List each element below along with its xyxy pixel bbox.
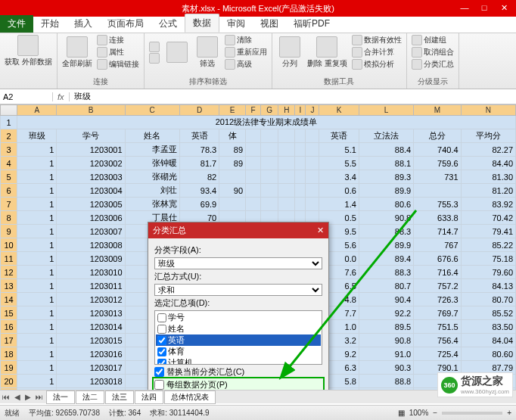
data-cell[interactable] xyxy=(278,198,295,211)
data-cell[interactable]: 1203017 xyxy=(57,361,125,375)
undo-icon[interactable] xyxy=(33,3,44,14)
list-item[interactable]: 姓名 xyxy=(156,323,321,334)
dialog-close-icon[interactable]: ✕ xyxy=(317,226,324,235)
data-cell[interactable]: 88.4 xyxy=(359,143,413,157)
data-cell[interactable]: 3.4 xyxy=(319,170,359,184)
replace-checkbox[interactable]: 替换当前分类汇总(C) xyxy=(154,366,322,378)
data-cell[interactable]: 5.1 xyxy=(319,143,359,157)
minimize-button[interactable]: — xyxy=(455,2,474,14)
data-cell[interactable]: 80.70 xyxy=(461,293,515,306)
data-cell[interactable]: 731 xyxy=(414,170,461,184)
tab-nav-next[interactable]: ▶ xyxy=(23,393,33,401)
data-cell[interactable]: 80.6 xyxy=(359,198,413,211)
method-select[interactable]: 求和 xyxy=(154,284,322,296)
sort-button[interactable] xyxy=(164,42,190,63)
data-cell[interactable]: 633.8 xyxy=(414,211,461,225)
data-cell[interactable]: 1203001 xyxy=(57,143,125,157)
tab-file[interactable]: 文件 xyxy=(0,15,33,33)
header-cell[interactable]: 英语 xyxy=(319,129,359,143)
col-header[interactable]: B xyxy=(57,105,125,116)
data-cell[interactable] xyxy=(261,184,278,198)
col-header[interactable]: N xyxy=(461,105,515,116)
list-item[interactable]: 计算机 xyxy=(156,357,321,365)
data-cell[interactable]: 89.4 xyxy=(359,252,413,266)
data-cell[interactable]: 1203007 xyxy=(57,225,125,238)
data-cell[interactable]: 1 xyxy=(17,279,57,293)
data-cell[interactable]: 81.20 xyxy=(461,184,515,198)
data-cell[interactable]: 751.5 xyxy=(414,320,461,334)
list-item[interactable]: 学号 xyxy=(156,312,321,323)
data-cell[interactable]: 725.4 xyxy=(414,347,461,361)
close-button[interactable]: ✕ xyxy=(495,2,513,14)
data-cell[interactable] xyxy=(246,170,261,184)
view-normal-icon[interactable]: ▦ xyxy=(398,409,405,417)
data-cell[interactable]: 1 xyxy=(17,306,57,320)
row-header[interactable]: 11 xyxy=(1,252,17,266)
row-header[interactable]: 16 xyxy=(1,320,17,334)
tab-formula[interactable]: 公式 xyxy=(151,15,185,33)
data-cell[interactable]: 90.8 xyxy=(359,211,413,225)
subtotal-button[interactable]: 分类汇总 xyxy=(412,59,454,70)
data-cell[interactable] xyxy=(219,198,246,211)
data-cell[interactable]: 88.3 xyxy=(359,266,413,279)
col-header[interactable]: J xyxy=(306,105,319,116)
edit-links-button[interactable]: 编辑链接 xyxy=(97,59,139,70)
data-cell[interactable]: 81.7 xyxy=(179,157,219,170)
data-cell[interactable]: 89.5 xyxy=(359,320,413,334)
row-header[interactable]: 9 xyxy=(1,225,17,238)
sheet-tab[interactable]: 总体情况表 xyxy=(164,390,216,404)
header-cell[interactable]: 总分 xyxy=(414,129,461,143)
sheet-tab[interactable]: 法一 xyxy=(46,390,75,404)
tab-nav-last[interactable]: ⏭ xyxy=(33,393,45,401)
col-header[interactable]: K xyxy=(319,105,359,116)
col-header[interactable]: L xyxy=(359,105,413,116)
data-cell[interactable]: 张林宽 xyxy=(125,198,179,211)
data-cell[interactable]: 1203004 xyxy=(57,184,125,198)
data-cell[interactable]: 1 xyxy=(17,375,57,388)
data-cell[interactable]: 79.60 xyxy=(461,266,515,279)
sheet-tab[interactable]: 法三 xyxy=(105,390,134,404)
data-cell[interactable]: 767 xyxy=(414,238,461,252)
row-header[interactable]: 20 xyxy=(1,375,17,388)
formula-value[interactable]: 班级 xyxy=(70,91,95,102)
row-header[interactable]: 2 xyxy=(1,129,17,143)
header-cell[interactable]: 体 xyxy=(219,129,246,143)
properties-button[interactable]: 属性 xyxy=(97,47,139,58)
data-cell[interactable]: 83.50 xyxy=(461,320,515,334)
col-header[interactable]: F xyxy=(246,105,261,116)
data-cell[interactable]: 79.41 xyxy=(461,225,515,238)
header-cell[interactable]: 学号 xyxy=(57,129,125,143)
tab-view[interactable]: 视图 xyxy=(253,15,286,33)
data-cell[interactable] xyxy=(246,198,261,211)
ungroup-button[interactable]: 取消组合 xyxy=(412,47,454,58)
data-cell[interactable]: 716.4 xyxy=(414,266,461,279)
sort-desc-button[interactable] xyxy=(149,53,160,64)
data-cell[interactable]: 张砌光 xyxy=(125,170,179,184)
data-cell[interactable]: 1203016 xyxy=(57,347,125,361)
data-cell[interactable]: 84.04 xyxy=(461,334,515,347)
data-cell[interactable]: 1203018 xyxy=(57,375,125,388)
data-cell[interactable]: 78.3 xyxy=(179,143,219,157)
data-cell[interactable]: 1 xyxy=(17,184,57,198)
header-cell[interactable] xyxy=(295,129,306,143)
data-cell[interactable]: 1 xyxy=(17,238,57,252)
data-cell[interactable]: 85.52 xyxy=(461,306,515,320)
data-cell[interactable]: 90.3 xyxy=(359,361,413,375)
data-cell[interactable]: 80.7 xyxy=(359,279,413,293)
data-cell[interactable] xyxy=(278,184,295,198)
items-listbox[interactable]: 学号姓名英语体育计算机近代史 xyxy=(154,310,322,365)
data-cell[interactable]: 69.9 xyxy=(179,198,219,211)
data-cell[interactable]: 1 xyxy=(17,334,57,347)
filter-button[interactable]: 筛选 xyxy=(194,36,220,69)
data-cell[interactable]: 82.27 xyxy=(461,143,515,157)
refresh-all-button[interactable]: 全部刷新 xyxy=(62,36,92,69)
consolidate-button[interactable]: 合并计算 xyxy=(352,47,402,58)
data-cell[interactable] xyxy=(278,143,295,157)
data-cell[interactable]: 1 xyxy=(17,293,57,306)
reapply-button[interactable]: 重新应用 xyxy=(225,47,267,58)
data-cell[interactable]: 1 xyxy=(17,225,57,238)
data-cell[interactable]: 759.6 xyxy=(414,157,461,170)
data-cell[interactable]: 1203012 xyxy=(57,293,125,306)
row-header[interactable]: 10 xyxy=(1,238,17,252)
data-cell[interactable]: 89 xyxy=(219,157,246,170)
